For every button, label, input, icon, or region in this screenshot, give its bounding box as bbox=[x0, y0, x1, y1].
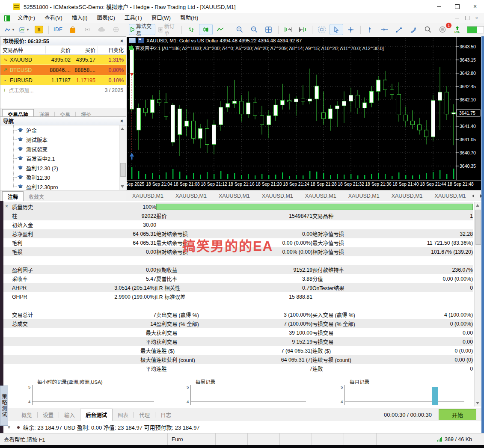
candlestick-chart[interactable]: 3643.503643.153642.803642.453642.103641.… bbox=[127, 37, 481, 190]
menu-item-3[interactable]: 图表(C) bbox=[92, 13, 119, 23]
chart-tab-3[interactable]: XAUUSD,M1 bbox=[256, 193, 299, 199]
camera-icon bbox=[318, 26, 326, 33]
tester-tab-3[interactable]: 后台测试 bbox=[80, 409, 113, 421]
start-button[interactable]: 开始 bbox=[439, 409, 476, 420]
navigator-item-4[interactable]: 盈利12.30 (2) bbox=[0, 163, 126, 172]
scroll-up-icon[interactable] bbox=[121, 128, 124, 130]
chart-tab-scroll bbox=[472, 194, 482, 198]
scroll-up-icon[interactable] bbox=[476, 204, 479, 207]
strategy-tester-side-tab[interactable]: 策略测试 bbox=[0, 386, 8, 426]
signals-button[interactable] bbox=[80, 24, 94, 35]
shift-end-button[interactable] bbox=[281, 24, 295, 35]
chart-tab-0[interactable]: XAUUSD,M1 bbox=[126, 193, 169, 199]
close-button[interactable]: × bbox=[466, 0, 484, 13]
tester-tab-2[interactable]: 输入 bbox=[59, 409, 80, 421]
navigator-tab-0[interactable]: 注释 bbox=[2, 191, 24, 202]
bar-chart-type-button[interactable] bbox=[184, 24, 198, 35]
tester-tab-4[interactable]: 图表 bbox=[113, 409, 134, 421]
trendline-button[interactable] bbox=[392, 24, 406, 35]
navigator-item-1[interactable]: 测试版本 bbox=[0, 135, 126, 144]
cloud-button[interactable] bbox=[95, 24, 109, 35]
stat-label: 绝对净值亏损 bbox=[312, 230, 412, 238]
chart-window[interactable]: 3643.503643.153642.803642.453642.103641.… bbox=[126, 36, 481, 190]
zoom-out-button[interactable] bbox=[247, 24, 261, 35]
navigator-item-5[interactable]: 盈利12.30 bbox=[0, 172, 126, 182]
horizontal-line-button[interactable] bbox=[377, 24, 391, 35]
community-button[interactable] bbox=[110, 24, 123, 35]
mdi-minimize-icon[interactable] bbox=[455, 18, 459, 18]
chart-style-button[interactable]: ▼ bbox=[3, 24, 17, 35]
navigator-item-6[interactable]: 盈利12.30pro bbox=[0, 182, 126, 190]
stat-label: 连胜 bbox=[156, 365, 256, 373]
dollar-button[interactable]: $ bbox=[32, 24, 46, 35]
tile-windows-button[interactable] bbox=[262, 24, 276, 35]
navigator-tab-1[interactable]: 收藏夹 bbox=[24, 192, 49, 202]
shift-chart-button[interactable] bbox=[296, 24, 309, 35]
chart-tab-1[interactable]: XAUUSD,M1 bbox=[169, 193, 213, 199]
menu-item-4[interactable]: 工具(T) bbox=[120, 13, 147, 23]
ide-button[interactable]: IDE bbox=[51, 24, 65, 35]
scroll-thumb[interactable] bbox=[120, 163, 126, 177]
scroll-thumb[interactable] bbox=[475, 210, 481, 245]
stats-row: 质量历史100% bbox=[3, 202, 473, 211]
line-chart-type-button[interactable] bbox=[214, 24, 227, 35]
tester-close-icon[interactable]: × bbox=[5, 203, 8, 209]
menu-item-1[interactable]: 查看(V) bbox=[40, 13, 67, 23]
chart-tab-2[interactable]: XAUUSD,M1 bbox=[213, 193, 256, 199]
tester-tab-0[interactable]: 概览 bbox=[16, 409, 37, 421]
new-order-button[interactable]: 新订单 bbox=[156, 24, 179, 35]
lvl-button[interactable]: LVL bbox=[450, 24, 464, 35]
market-watch-add-row[interactable]: + 点击添加... 3 / 2025 bbox=[0, 86, 126, 95]
crosshair-button[interactable] bbox=[344, 24, 358, 35]
screenshot-button[interactable] bbox=[315, 24, 329, 35]
tab-scroll-left-icon[interactable] bbox=[472, 194, 474, 198]
tester-scrollbar[interactable] bbox=[474, 202, 481, 406]
candle-chart-type-button[interactable] bbox=[199, 24, 213, 35]
svg-text:18 Sep 21:36: 18 Sep 21:36 bbox=[365, 182, 392, 187]
market-button[interactable] bbox=[66, 24, 80, 35]
algo-trading-button[interactable]: 算法交易 bbox=[129, 24, 155, 35]
indicators-button[interactable]: ▼ bbox=[18, 24, 31, 35]
menu-item-5[interactable]: 窗口(W) bbox=[147, 13, 175, 23]
chart-tab-7[interactable]: XAUUSD,M1 bbox=[429, 193, 472, 199]
one-click-trading-icon[interactable] bbox=[138, 38, 144, 43]
zoom-in-button[interactable] bbox=[233, 24, 246, 35]
market-watch-row[interactable]: •EURUSD1.171871.171950.10% bbox=[0, 75, 126, 86]
minimize-button[interactable] bbox=[430, 0, 448, 13]
stat-label: 初始入金 bbox=[12, 221, 89, 229]
market-watch-close-icon[interactable]: × bbox=[120, 39, 123, 44]
stat-value: 3.0514 (205.14%) bbox=[89, 285, 156, 291]
market-watch-row[interactable]: ↗BTCUSD88846....88858....0.80% bbox=[0, 65, 126, 75]
vertical-line-button[interactable] bbox=[363, 24, 377, 35]
plus-icon: + bbox=[3, 87, 6, 93]
chart-tab-4[interactable]: XAUUSD,M1 bbox=[299, 193, 342, 199]
tester-tab-6[interactable]: 日志 bbox=[155, 409, 176, 421]
menu-item-6[interactable]: 帮助(H) bbox=[175, 13, 203, 23]
cursor-button[interactable] bbox=[330, 24, 343, 35]
chart-tab-5[interactable]: XAUUSD,M1 bbox=[342, 193, 386, 199]
tester-tab-5[interactable]: 代理 bbox=[134, 409, 155, 421]
stat-value: 15498471 bbox=[256, 213, 312, 219]
navigator-item-3[interactable]: 百发百中2.1 bbox=[0, 154, 126, 163]
watermark-text: 搞笑男的的EA bbox=[182, 235, 273, 255]
chart-tab-6[interactable]: XAUUSD,M1 bbox=[386, 193, 429, 199]
notifications-button[interactable]: 1 bbox=[436, 24, 449, 35]
search-button[interactable] bbox=[421, 24, 435, 35]
menu-item-0[interactable]: 文件(F) bbox=[13, 13, 40, 23]
ask-price: 1.17195 bbox=[73, 77, 98, 83]
depth-of-market-icon[interactable] bbox=[129, 38, 136, 43]
channel-button[interactable] bbox=[407, 24, 420, 35]
mdi-restore-icon[interactable] bbox=[465, 16, 469, 20]
navigator-item-0[interactable]: 沪金 bbox=[0, 125, 126, 135]
scroll-down-icon[interactable] bbox=[121, 185, 124, 188]
scroll-down-icon[interactable] bbox=[476, 402, 479, 404]
maximize-button[interactable] bbox=[448, 0, 466, 13]
navigator-scrollbar[interactable] bbox=[119, 125, 126, 190]
navigator-close-icon[interactable]: × bbox=[120, 119, 123, 124]
mdi-close-icon[interactable]: × bbox=[475, 15, 478, 21]
tester-tab-1[interactable]: 设置 bbox=[38, 409, 59, 421]
menu-item-2[interactable]: 插入(I) bbox=[67, 13, 92, 23]
new-order-icon bbox=[158, 27, 163, 33]
navigator-item-2[interactable]: 测试裂变 bbox=[0, 144, 126, 154]
market-watch-row[interactable]: ↘XAUUSD4395.024395.171.31% bbox=[0, 55, 126, 65]
